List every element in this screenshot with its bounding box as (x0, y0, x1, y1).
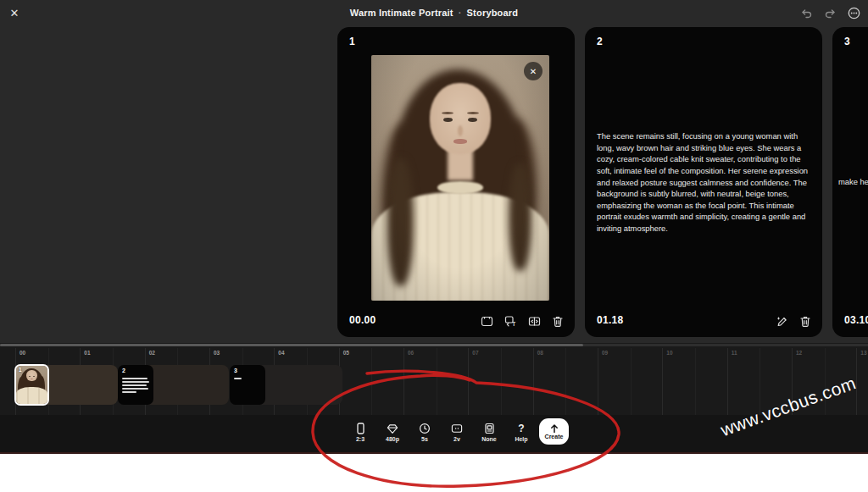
help-button[interactable]: ? Help (505, 418, 537, 442)
clip-2-card[interactable]: 2 (118, 365, 153, 405)
aspect-ratio-value: 2:3 (356, 436, 364, 442)
scene-timestamp: 01.18 (597, 314, 624, 326)
delete-scene-icon[interactable] (798, 314, 812, 328)
page-title: Warm Intimate Portrait·Storyboard (0, 8, 868, 18)
style-preset-icon (483, 423, 495, 434)
project-title: Warm Intimate Portrait (350, 8, 453, 18)
aspect-ratio-button[interactable]: 2:3 (344, 418, 376, 442)
timeline-clips: 1 2 3 (0, 365, 868, 405)
remove-image-icon[interactable]: ✕ (524, 62, 542, 80)
duration-clock-icon (419, 423, 431, 434)
scene-number: 2 (597, 36, 603, 47)
image-to-text-icon[interactable]: T (504, 314, 517, 328)
scene-card-3[interactable]: 3 make her 03.10 (832, 27, 868, 337)
help-label: Help (515, 436, 527, 442)
creation-toolbar: 2:3 480p 5s 2v (0, 415, 868, 452)
variants-value: 2v (453, 436, 460, 442)
create-label: Create (545, 434, 564, 439)
duration-button[interactable]: 5s (409, 418, 441, 442)
clip-number: 2 (122, 368, 125, 373)
scene-timestamp: 03.10 (844, 314, 868, 326)
style-preset-button[interactable]: None (473, 418, 505, 442)
delete-scene-icon[interactable] (551, 314, 565, 328)
toolbar-items: 2:3 480p 5s 2v (344, 418, 569, 445)
variants-icon (451, 423, 463, 434)
timeline-scrollbar[interactable] (0, 344, 583, 346)
duration-value: 5s (421, 436, 428, 442)
aspect-ratio-phone-icon (354, 423, 366, 434)
clip-1-thumbnail[interactable]: 1 (14, 364, 49, 406)
resolution-value: 480p (386, 436, 399, 442)
scene-number: 3 (844, 36, 850, 47)
topbar-actions (798, 5, 861, 20)
section-title: Storyboard (467, 8, 519, 18)
storyboard-app: ✕ Warm Intimate Portrait·Storyboard 1 (0, 0, 868, 492)
scene-number: 1 (349, 36, 355, 47)
title-separator: · (459, 8, 462, 18)
scene-description[interactable]: make her (838, 176, 868, 188)
storyboard-canvas: ✕ Warm Intimate Portrait·Storyboard 1 (0, 0, 868, 343)
clip-number: 3 (234, 368, 237, 373)
redo-icon[interactable] (822, 5, 837, 20)
scene-card-2[interactable]: 2 The scene remains still, focusing on a… (585, 27, 822, 337)
style-preset-value: None (481, 436, 497, 442)
clip-3-card[interactable]: 3 (230, 365, 265, 405)
scene-card-1[interactable]: 1 ✕ 00.00 (337, 27, 575, 337)
undo-icon[interactable] (798, 5, 814, 20)
create-button[interactable]: Create (539, 418, 569, 445)
edit-pencil-icon[interactable] (775, 314, 788, 328)
timeline[interactable]: 0001020304050607080910111213 1 2 (0, 343, 868, 415)
scene-actions: T (480, 314, 565, 328)
arrow-up-icon (549, 424, 559, 434)
portrait-artwork (371, 55, 549, 301)
variants-button[interactable]: 2v (441, 418, 473, 442)
scene-timestamp: 00.00 (349, 314, 376, 326)
storyboard-frame-icon[interactable] (480, 314, 493, 328)
svg-text:T: T (512, 321, 515, 327)
scene-image[interactable]: ✕ (371, 55, 549, 301)
scene-actions (775, 314, 812, 328)
scene-description[interactable]: The scene remains still, focusing on a y… (597, 130, 812, 235)
ellipsis-circle-icon[interactable] (846, 5, 861, 20)
split-scene-icon[interactable] (527, 314, 541, 328)
resolution-diamond-icon (387, 423, 398, 434)
storyboard-cards: 1 ✕ 00.00 (337, 27, 868, 337)
resolution-button[interactable]: 480p (376, 418, 409, 442)
top-bar: ✕ Warm Intimate Portrait·Storyboard (0, 0, 868, 25)
clip-number: 1 (19, 367, 22, 373)
bottom-margin (0, 454, 868, 492)
help-icon: ? (515, 423, 527, 434)
